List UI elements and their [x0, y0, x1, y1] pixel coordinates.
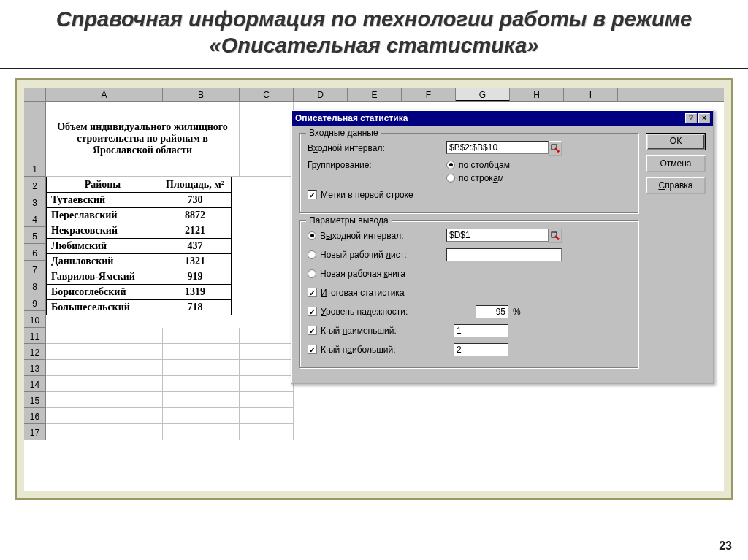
- col-header-b[interactable]: B: [163, 88, 240, 101]
- row-header[interactable]: 17: [24, 424, 46, 440]
- table-title[interactable]: Объем индивидуального жилищного строител…: [46, 102, 240, 177]
- radio-by-columns[interactable]: по столбцам: [446, 160, 510, 170]
- col-header-i[interactable]: I: [564, 88, 618, 101]
- select-all-corner[interactable]: [24, 88, 46, 101]
- divider: [0, 68, 748, 69]
- group-input: Входные данные Входной интервал: $B$2:$B…: [299, 133, 638, 213]
- check-icon: ✓: [308, 345, 317, 354]
- data-table: Районы Площадь, м² Тутаевский730 Пересла…: [46, 177, 232, 315]
- help-button[interactable]: Справка: [646, 177, 706, 194]
- checkbox-summary-stats[interactable]: ✓ Итоговая статистика: [308, 288, 405, 298]
- row-header[interactable]: 15: [24, 392, 46, 408]
- row-header[interactable]: 7: [24, 261, 46, 277]
- row-header[interactable]: 9: [24, 294, 46, 311]
- row-header[interactable]: 5: [24, 227, 46, 244]
- descriptive-statistics-dialog: Описательная статистика ? × Входные данн…: [291, 110, 714, 384]
- input-range-label: Входной интервал:: [308, 143, 446, 153]
- content-frame: A B C D E F G H I 1 Объем индивидуальног…: [15, 78, 733, 500]
- table-row[interactable]: Любимский437: [47, 238, 232, 253]
- row-header[interactable]: 3: [24, 193, 46, 210]
- row-header[interactable]: 10: [24, 311, 46, 328]
- row-header[interactable]: 8: [24, 277, 46, 294]
- radio-output-range[interactable]: Выходной интервал:: [308, 231, 446, 241]
- table-row[interactable]: Переславский8872: [47, 207, 232, 223]
- table-row[interactable]: Гаврилов-Ямский919: [47, 269, 232, 284]
- row-header[interactable]: 14: [24, 376, 46, 392]
- col-header-a[interactable]: A: [46, 88, 163, 101]
- spreadsheet: A B C D E F G H I 1 Объем индивидуальног…: [24, 88, 724, 491]
- check-icon: ✓: [308, 326, 317, 335]
- col-header-c[interactable]: C: [240, 88, 294, 101]
- row-header[interactable]: 11: [24, 328, 46, 344]
- checkbox-labels-first-row[interactable]: ✓ Метки в первой строке: [308, 190, 413, 200]
- new-sheet-field[interactable]: [446, 248, 562, 261]
- grouping-label: Группирование:: [308, 160, 446, 170]
- table-row[interactable]: Тутаевский730: [47, 192, 232, 207]
- table-header-val[interactable]: Площадь, м²: [159, 177, 232, 192]
- group-input-title: Входные данные: [306, 128, 381, 138]
- cell[interactable]: [240, 102, 294, 177]
- input-range-field[interactable]: $B$2:$B$10: [446, 141, 549, 154]
- kth-largest-field[interactable]: 2: [454, 343, 508, 356]
- checkbox-kth-smallest[interactable]: ✓ К-ый наименьший:: [308, 326, 454, 336]
- col-header-g[interactable]: G: [456, 88, 510, 101]
- kth-smallest-field[interactable]: 1: [454, 324, 508, 337]
- row-header[interactable]: 13: [24, 360, 46, 376]
- radio-new-sheet[interactable]: Новый рабочий лист:: [308, 250, 446, 260]
- row-header[interactable]: 16: [24, 408, 46, 424]
- column-headers: A B C D E F G H I: [24, 88, 724, 102]
- table-row[interactable]: Большесельский718: [47, 299, 232, 315]
- col-header-e[interactable]: E: [348, 88, 402, 101]
- table-row[interactable]: Некрасовский2121: [47, 223, 232, 238]
- row-header[interactable]: 12: [24, 344, 46, 360]
- checkbox-kth-largest[interactable]: ✓ К-ый наибольший:: [308, 345, 454, 355]
- group-output-title: Параметры вывода: [306, 215, 392, 226]
- radio-icon: [446, 174, 455, 183]
- col-header-h[interactable]: H: [510, 88, 564, 101]
- radio-icon: [308, 269, 316, 278]
- percent-label: %: [513, 307, 521, 317]
- range-select-icon[interactable]: [549, 229, 562, 243]
- slide-title: Справочная информация по технологии рабо…: [15, 6, 733, 59]
- page-number: 23: [719, 540, 732, 553]
- row-headers: 2 3 4 5 6 7 8 9 10 11 12 13 14 15 16 17: [24, 177, 46, 440]
- row-header[interactable]: 4: [24, 210, 46, 227]
- check-icon: ✓: [308, 190, 317, 199]
- output-range-field[interactable]: $D$1: [446, 229, 549, 242]
- table-row[interactable]: Борисоглебский1319: [47, 284, 232, 299]
- ok-button[interactable]: ОК: [646, 133, 706, 150]
- row-header[interactable]: 2: [24, 177, 46, 193]
- col-header-f[interactable]: F: [402, 88, 456, 101]
- radio-new-workbook[interactable]: Новая рабочая книга: [308, 269, 405, 279]
- dialog-titlebar[interactable]: Описательная статистика ? ×: [292, 111, 713, 126]
- radio-icon: [446, 161, 455, 169]
- cancel-button[interactable]: Отмена: [646, 155, 706, 172]
- table-header-name[interactable]: Районы: [47, 177, 159, 192]
- radio-icon: [308, 231, 316, 240]
- col-header-d[interactable]: D: [294, 88, 348, 101]
- row-header[interactable]: 6: [24, 244, 46, 261]
- help-icon[interactable]: ?: [685, 113, 697, 123]
- radio-icon: [308, 250, 316, 259]
- table-row[interactable]: Даниловский1321: [47, 253, 232, 269]
- close-icon[interactable]: ×: [698, 113, 710, 123]
- dialog-title: Описательная статистика: [295, 113, 684, 123]
- group-output: Параметры вывода Выходной интервал: $D$1: [299, 220, 638, 368]
- range-select-icon[interactable]: [549, 141, 562, 156]
- check-icon: ✓: [308, 307, 317, 316]
- radio-by-rows[interactable]: по строкам: [446, 173, 510, 183]
- confidence-field[interactable]: 95: [476, 305, 508, 318]
- check-icon: ✓: [308, 288, 317, 297]
- row-header-1[interactable]: 1: [24, 102, 46, 177]
- checkbox-confidence[interactable]: ✓ Уровень надежности:: [308, 307, 476, 317]
